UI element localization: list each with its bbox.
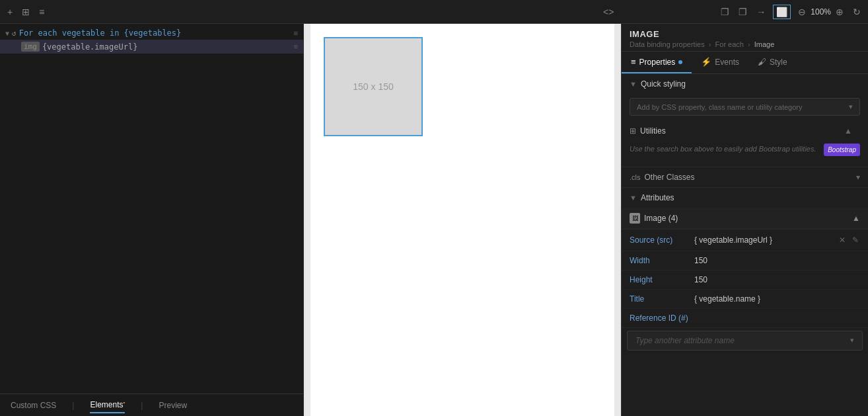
bootstrap-badge: Bootstrap: [824, 144, 860, 156]
right-panel: IMAGE Data binding properties › For each…: [621, 24, 868, 416]
refresh-icon[interactable]: ↻: [851, 5, 863, 19]
type-attr-chevron: ▾: [850, 336, 854, 345]
arrow-icon[interactable]: →: [754, 5, 768, 19]
tab-preview[interactable]: Preview: [159, 398, 187, 413]
attr-name-source: Source (src): [630, 235, 689, 245]
attr-actions-source: ✕ ✎: [838, 234, 860, 246]
attr-edit-icon[interactable]: ✎: [851, 234, 860, 246]
tab-elements[interactable]: Elements•: [90, 397, 125, 413]
img-attr-text: {vegetable.imageUrl}: [42, 42, 138, 52]
utilities-collapse-icon: ▲: [844, 126, 852, 136]
frame-icon[interactable]: ⬜: [773, 5, 791, 19]
type-attr-input[interactable]: [635, 336, 850, 345]
cls-icon: .cls: [630, 173, 641, 181]
attr-value-height: 150: [694, 275, 855, 284]
add-element-icon[interactable]: +: [5, 5, 15, 19]
align-icon[interactable]: ≡: [37, 5, 46, 19]
other-classes-chevron: ▾: [856, 173, 860, 182]
image-placeholder: 150 x 150: [324, 37, 423, 136]
properties-icon: ≡: [631, 57, 636, 67]
breadcrumb-part1: Data binding properties: [630, 40, 705, 48]
attr-name-title: Title: [630, 294, 689, 304]
qs-dropdown-chevron: ▾: [849, 103, 853, 111]
tab-properties[interactable]: ≡ Properties: [622, 52, 692, 73]
zoom-out-icon[interactable]: ⊖: [796, 5, 808, 19]
attr-row-width: Width 150: [622, 251, 868, 270]
tab-style[interactable]: 🖌 Style: [748, 52, 797, 73]
utilities-section: ⊞ Utilities ▲ Use the search box above t…: [622, 121, 868, 167]
rp-title: IMAGE: [630, 29, 860, 39]
utilities-grid-icon: ⊞: [630, 126, 636, 136]
duplicate-icon[interactable]: ❐: [719, 5, 731, 19]
attributes-header[interactable]: ▼ Attributes: [622, 188, 868, 208]
duplicate2-icon[interactable]: ❐: [737, 5, 749, 19]
attr-row-title: Title { vegetable.name }: [622, 290, 868, 309]
image-icon: 🖼: [630, 213, 640, 224]
attr-rows: Source (src) { vegetable.imageUrl } ✕ ✎ …: [622, 229, 868, 328]
breadcrumb-sep2: ›: [748, 40, 750, 48]
zoom-in-icon[interactable]: ⊕: [834, 5, 846, 19]
left-panel: ▼ ↺ For each vegetable in {vegetables} ≡…: [0, 24, 304, 416]
tree-menu2-icon[interactable]: ≡: [293, 42, 298, 51]
properties-dot: [678, 60, 682, 64]
quick-styling-label: Quick styling: [641, 79, 686, 89]
attributes-label: Attributes: [641, 193, 674, 202]
qs-dropdown-placeholder: Add by CSS property, class name or utili…: [637, 103, 802, 111]
attr-row-source: Source (src) { vegetable.imageUrl } ✕ ✎: [622, 229, 868, 251]
tab-events-label: Events: [715, 58, 739, 67]
code-view-icon[interactable]: <>: [601, 5, 616, 19]
other-classes-row[interactable]: .cls Other Classes ▾: [622, 167, 868, 188]
image-group-chevron: ▲: [852, 214, 860, 223]
tab-custom-css[interactable]: Custom CSS: [11, 398, 56, 413]
image-group-label: Image (4): [644, 214, 848, 223]
attributes-section: ▼ Attributes 🖼 Image (4) ▲ Source (src) …: [622, 188, 868, 351]
toolbar-right: ❐ ❐ → ⬜ ⊖ 100% ⊕ ↻: [719, 5, 863, 19]
quick-styling-chevron: ▼: [630, 80, 637, 88]
tab-style-label: Style: [770, 58, 787, 67]
rp-header: IMAGE Data binding properties › For each…: [622, 24, 868, 52]
canvas-page: 150 x 150: [310, 24, 614, 416]
events-icon: ⚡: [701, 57, 711, 67]
zoom-controls: ⊖ 100% ⊕: [796, 5, 846, 19]
rp-breadcrumb: Data binding properties › For each › Ima…: [630, 40, 860, 48]
attr-name-ref-id: Reference ID (#): [630, 313, 860, 323]
tab-events[interactable]: ⚡ Events: [692, 52, 748, 73]
attr-row-ref-id: Reference ID (#): [622, 309, 868, 328]
toolbar-left: + ⊞ ≡: [5, 5, 46, 19]
canvas-wrapper: 150 x 150: [304, 24, 621, 416]
attr-name-width: Width: [630, 256, 689, 265]
style-icon: 🖌: [758, 57, 766, 67]
rp-tabs: ≡ Properties ⚡ Events 🖌 Style: [622, 52, 868, 74]
expand-icon: ▼: [5, 30, 9, 37]
attr-name-height: Height: [630, 275, 689, 284]
loop-icon: ↺: [12, 29, 17, 38]
quick-styling-header[interactable]: ▼ Quick styling: [622, 74, 868, 94]
main-layout: ▼ ↺ For each vegetable in {vegetables} ≡…: [0, 24, 868, 416]
attr-value-width: 150: [694, 256, 860, 265]
attr-row-height: Height 150 ↑: [622, 270, 868, 290]
tree-row-loop[interactable]: ▼ ↺ For each vegetable in {vegetables} ≡: [0, 26, 303, 40]
attr-delete-icon[interactable]: ✕: [838, 234, 847, 246]
type-attr-row[interactable]: ▾: [627, 331, 863, 351]
quick-styling-dropdown[interactable]: Add by CSS property, class name or utili…: [630, 98, 860, 116]
adjust-icon[interactable]: ⊞: [20, 5, 32, 19]
center-canvas: 150 x 150: [304, 24, 621, 416]
other-classes-label: Other Classes: [645, 173, 695, 182]
attributes-chevron: ▼: [630, 194, 637, 202]
attr-value-title: { vegetable.name }: [694, 294, 860, 304]
tab-properties-label: Properties: [639, 58, 676, 67]
tree-menu-icon[interactable]: ≡: [293, 29, 298, 38]
bottom-tabs: Custom CSS | Elements• | Preview: [0, 394, 303, 416]
img-tag-badge: img: [21, 42, 40, 52]
top-toolbar: + ⊞ ≡ ❐ ❐ → ⬜ ⊖ 100% ⊕ ↻ <>: [0, 0, 868, 24]
breadcrumb-sep1: ›: [709, 40, 711, 48]
breadcrumb-part3: Image: [754, 40, 775, 48]
rp-content: ▼ Quick styling Add by CSS property, cla…: [622, 74, 868, 416]
attr-value-source: { vegetable.imageUrl }: [694, 235, 832, 245]
utilities-header[interactable]: ⊞ Utilities ▲: [630, 121, 860, 141]
utilities-description: Use the search box above to easily add B…: [630, 141, 860, 160]
element-tree: ▼ ↺ For each vegetable in {vegetables} ≡…: [0, 24, 303, 394]
breadcrumb-part2: For each: [715, 40, 744, 48]
tree-row-img[interactable]: img {vegetable.imageUrl} ≡: [0, 40, 303, 54]
image-group-header[interactable]: 🖼 Image (4) ▲: [622, 208, 868, 229]
